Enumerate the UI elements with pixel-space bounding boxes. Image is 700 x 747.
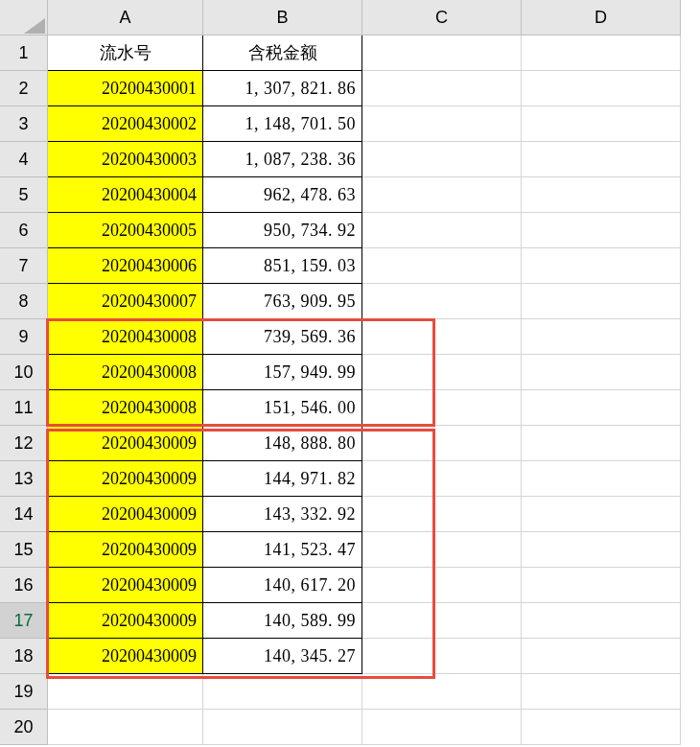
cell-D11[interactable]: [522, 390, 681, 426]
cell-C18[interactable]: [362, 639, 522, 674]
row-header-5[interactable]: 5: [0, 177, 48, 213]
cell-A7[interactable]: 20200430006: [48, 248, 203, 284]
row-header-12[interactable]: 12: [0, 426, 48, 461]
cell-C3[interactable]: [362, 106, 522, 142]
cell-A2[interactable]: 20200430001: [48, 71, 203, 106]
cell-A11[interactable]: 20200430008: [48, 390, 203, 426]
cell-A1[interactable]: 流水号: [48, 35, 203, 71]
cell-D3[interactable]: [522, 106, 681, 142]
row-header-2[interactable]: 2: [0, 71, 48, 106]
cell-C1[interactable]: [362, 35, 522, 71]
row-header-4[interactable]: 4: [0, 142, 48, 177]
row-header-9[interactable]: 9: [0, 319, 48, 355]
cell-D17[interactable]: [522, 603, 681, 639]
cell-D19[interactable]: [522, 674, 681, 710]
cell-D16[interactable]: [522, 568, 681, 603]
cell-A20[interactable]: [48, 710, 203, 745]
cell-D5[interactable]: [522, 177, 681, 213]
cell-B8[interactable]: 763, 909. 95: [203, 284, 362, 319]
row-header-16[interactable]: 16: [0, 568, 48, 603]
cell-B19[interactable]: [203, 674, 362, 710]
cell-C5[interactable]: [362, 177, 522, 213]
cell-B13[interactable]: 144, 971. 82: [203, 461, 362, 497]
cell-B1[interactable]: 含税金额: [203, 35, 362, 71]
row-header-17[interactable]: 17: [0, 603, 48, 639]
row-header-11[interactable]: 11: [0, 390, 48, 426]
cell-B16[interactable]: 140, 617. 20: [203, 568, 362, 603]
cell-B7[interactable]: 851, 159. 03: [203, 248, 362, 284]
cell-D10[interactable]: [522, 355, 681, 390]
cell-A6[interactable]: 20200430005: [48, 213, 203, 248]
cell-B10[interactable]: 157, 949. 99: [203, 355, 362, 390]
cell-C16[interactable]: [362, 568, 522, 603]
cell-B20[interactable]: [203, 710, 362, 745]
spreadsheet-grid[interactable]: A B C D 1 流水号 含税金额 2 20200430001 1, 307,…: [0, 0, 700, 745]
cell-B9[interactable]: 739, 569. 36: [203, 319, 362, 355]
cell-A15[interactable]: 20200430009: [48, 532, 203, 568]
cell-D15[interactable]: [522, 532, 681, 568]
cell-D2[interactable]: [522, 71, 681, 106]
row-header-13[interactable]: 13: [0, 461, 48, 497]
cell-C13[interactable]: [362, 461, 522, 497]
cell-D4[interactable]: [522, 142, 681, 177]
row-header-18[interactable]: 18: [0, 639, 48, 674]
cell-C11[interactable]: [362, 390, 522, 426]
cell-D7[interactable]: [522, 248, 681, 284]
col-header-c[interactable]: C: [362, 0, 522, 35]
cell-B5[interactable]: 962, 478. 63: [203, 177, 362, 213]
row-header-7[interactable]: 7: [0, 248, 48, 284]
cell-A5[interactable]: 20200430004: [48, 177, 203, 213]
cell-D6[interactable]: [522, 213, 681, 248]
cell-D1[interactable]: [522, 35, 681, 71]
cell-C8[interactable]: [362, 284, 522, 319]
cell-D12[interactable]: [522, 426, 681, 461]
col-header-a[interactable]: A: [48, 0, 203, 35]
cell-C17[interactable]: [362, 603, 522, 639]
cell-B17[interactable]: 140, 589. 99: [203, 603, 362, 639]
cell-C14[interactable]: [362, 497, 522, 532]
col-header-b[interactable]: B: [203, 0, 362, 35]
row-header-6[interactable]: 6: [0, 213, 48, 248]
cell-A8[interactable]: 20200430007: [48, 284, 203, 319]
cell-C19[interactable]: [362, 674, 522, 710]
select-all-corner[interactable]: [0, 0, 48, 35]
cell-B12[interactable]: 148, 888. 80: [203, 426, 362, 461]
row-header-1[interactable]: 1: [0, 35, 48, 71]
cell-A14[interactable]: 20200430009: [48, 497, 203, 532]
cell-B2[interactable]: 1, 307, 821. 86: [203, 71, 362, 106]
cell-D20[interactable]: [522, 710, 681, 745]
cell-C2[interactable]: [362, 71, 522, 106]
row-header-14[interactable]: 14: [0, 497, 48, 532]
row-header-8[interactable]: 8: [0, 284, 48, 319]
cell-A3[interactable]: 20200430002: [48, 106, 203, 142]
cell-C20[interactable]: [362, 710, 522, 745]
row-header-3[interactable]: 3: [0, 106, 48, 142]
cell-A13[interactable]: 20200430009: [48, 461, 203, 497]
cell-B18[interactable]: 140, 345. 27: [203, 639, 362, 674]
row-header-19[interactable]: 19: [0, 674, 48, 710]
cell-A12[interactable]: 20200430009: [48, 426, 203, 461]
cell-B3[interactable]: 1, 148, 701. 50: [203, 106, 362, 142]
cell-A16[interactable]: 20200430009: [48, 568, 203, 603]
cell-D9[interactable]: [522, 319, 681, 355]
cell-C9[interactable]: [362, 319, 522, 355]
row-header-15[interactable]: 15: [0, 532, 48, 568]
cell-C6[interactable]: [362, 213, 522, 248]
cell-A18[interactable]: 20200430009: [48, 639, 203, 674]
cell-B4[interactable]: 1, 087, 238. 36: [203, 142, 362, 177]
cell-A9[interactable]: 20200430008: [48, 319, 203, 355]
cell-D18[interactable]: [522, 639, 681, 674]
cell-B15[interactable]: 141, 523. 47: [203, 532, 362, 568]
cell-C10[interactable]: [362, 355, 522, 390]
cell-A10[interactable]: 20200430008: [48, 355, 203, 390]
cell-C15[interactable]: [362, 532, 522, 568]
cell-B11[interactable]: 151, 546. 00: [203, 390, 362, 426]
cell-D14[interactable]: [522, 497, 681, 532]
cell-C4[interactable]: [362, 142, 522, 177]
cell-B14[interactable]: 143, 332. 92: [203, 497, 362, 532]
cell-C7[interactable]: [362, 248, 522, 284]
cell-A17[interactable]: 20200430009: [48, 603, 203, 639]
cell-C12[interactable]: [362, 426, 522, 461]
cell-B6[interactable]: 950, 734. 92: [203, 213, 362, 248]
cell-D13[interactable]: [522, 461, 681, 497]
